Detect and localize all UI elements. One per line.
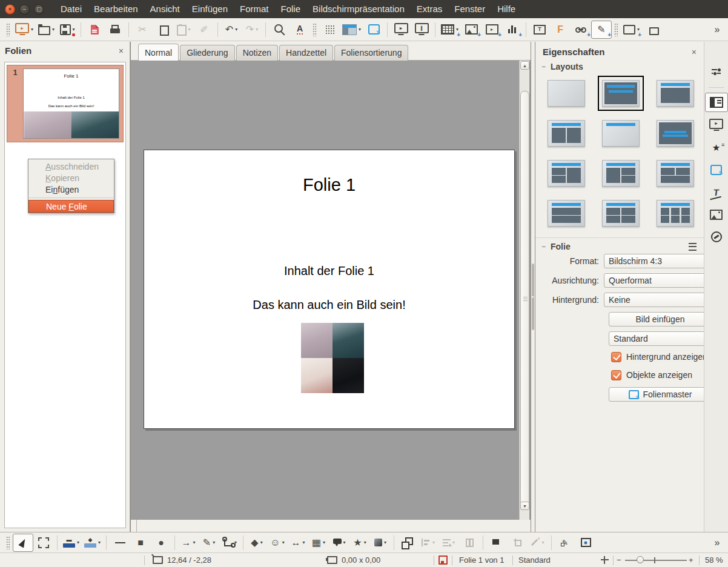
slide-section-header[interactable]: − Folie: [535, 238, 704, 254]
symbol-shapes-button[interactable]: ☺▾: [267, 534, 288, 552]
zoom-level[interactable]: 58 %: [705, 553, 723, 567]
layout-2content-over-content[interactable]: [657, 160, 694, 187]
tab-styles-button[interactable]: T: [705, 182, 728, 202]
paste-dropdown-icon[interactable]: ▾: [188, 27, 191, 32]
section-menu-icon[interactable]: [689, 243, 697, 251]
menu-einfgen[interactable]: Einfügen: [186, 0, 234, 18]
block-arrows-dropdown-icon[interactable]: ▾: [303, 540, 305, 545]
context-menu-item-neue-folie[interactable]: Neue Folie: [28, 200, 114, 213]
tab-shapes-button[interactable]: [705, 160, 728, 179]
line-color-button[interactable]: ▬▾: [61, 534, 82, 552]
insert-chart-button[interactable]: +: [502, 21, 523, 39]
rotate-button[interactable]: [397, 534, 418, 552]
open-dropdown-icon[interactable]: ▾: [52, 27, 55, 32]
undo-dropdown-icon[interactable]: ▾: [235, 27, 237, 32]
context-menu-item-einfuegen[interactable]: Einfügen: [28, 184, 114, 196]
callout-shapes-button[interactable]: ▾: [329, 534, 349, 552]
tab-gallery-button[interactable]: [705, 205, 728, 224]
fill-color-dropdown-icon[interactable]: ▾: [98, 540, 101, 545]
window-close-button[interactable]: ×: [5, 4, 15, 15]
zoom-in-button[interactable]: +: [689, 553, 693, 567]
drawbar-overflow-button[interactable]: »: [710, 534, 724, 552]
save-dropdown-icon[interactable]: ▾: [73, 27, 75, 32]
menu-datei[interactable]: Datei: [55, 0, 88, 18]
zoom-slider-track[interactable]: [625, 560, 687, 561]
tab-properties-button[interactable]: [705, 93, 728, 112]
slide-master-button[interactable]: Folienmaster: [609, 387, 704, 402]
toolbar-handle[interactable]: [313, 23, 317, 36]
open-button[interactable]: ▾: [36, 21, 57, 39]
layout-centered-text[interactable]: [657, 120, 694, 147]
new-presentation-dropdown-icon[interactable]: ▾: [31, 27, 33, 32]
duplicate-slide-button[interactable]: [642, 21, 663, 39]
background-select[interactable]: Keine: [604, 293, 704, 307]
menu-ansicht[interactable]: Ansicht: [144, 0, 186, 18]
menu-hilfe[interactable]: Hilfe: [491, 0, 521, 18]
scroll-down-icon[interactable]: ▼: [520, 502, 529, 510]
insert-textbox-button[interactable]: T: [529, 21, 550, 39]
copy-button[interactable]: [153, 21, 173, 39]
find-and-replace-button[interactable]: [269, 21, 290, 39]
insert-fontwork-button[interactable]: F: [550, 21, 571, 39]
menu-fenster[interactable]: Fenster: [448, 0, 491, 18]
menu-bildschirmprsentation[interactable]: Bildschirmpräsentation: [306, 0, 411, 18]
layout-six-content[interactable]: [657, 200, 694, 227]
layout-blank[interactable]: [548, 80, 585, 107]
zoom-out-button[interactable]: −: [617, 553, 621, 567]
layout-four-content[interactable]: [602, 200, 640, 227]
star-shapes-dropdown-icon[interactable]: ▾: [364, 540, 366, 545]
redo-dropdown-icon[interactable]: ▾: [256, 27, 258, 32]
display-views-dropdown-icon[interactable]: ▾: [359, 27, 361, 32]
curves-and-polygons-button[interactable]: ✎▾: [199, 534, 219, 552]
3d-objects-button[interactable]: ▾: [370, 534, 391, 552]
block-arrows-button[interactable]: ↔▾: [288, 534, 308, 552]
lines-and-arrows-dropdown-icon[interactable]: ▾: [193, 540, 196, 545]
fill-color-button[interactable]: ◆▾: [82, 534, 103, 552]
display-views-button[interactable]: ▾: [340, 21, 363, 39]
flowchart-shapes-dropdown-icon[interactable]: ▾: [323, 540, 325, 545]
window-minimize-button[interactable]: –: [19, 4, 30, 15]
slide-canvas[interactable]: Folie 1 Inhalt der Folie 1 Das kann auch…: [144, 150, 515, 429]
master-slide-name[interactable]: Standard: [518, 553, 551, 567]
layout-content-2content[interactable]: [602, 160, 640, 187]
gluepoints-button[interactable]: [575, 534, 596, 552]
scroll-up-icon[interactable]: ▲: [520, 61, 529, 70]
orientation-select[interactable]: Querformat: [604, 273, 704, 288]
format-select[interactable]: Bildschirm 4:3: [604, 254, 704, 268]
layout-title-content[interactable]: [657, 80, 694, 107]
new-slide-button[interactable]: +▾: [621, 21, 642, 39]
sidebar-settings-button[interactable]: [705, 61, 728, 81]
right-splitter[interactable]: ▸: [531, 42, 535, 532]
print-button[interactable]: [105, 21, 125, 39]
line-color-dropdown-icon[interactable]: ▾: [77, 540, 79, 545]
right-splitter-handle[interactable]: ▸: [532, 264, 534, 330]
show-comments-button[interactable]: [363, 21, 384, 39]
insert-hyperlink-button[interactable]: +: [571, 21, 591, 39]
start-from-first-slide-button[interactable]: ▸: [391, 21, 411, 39]
rectangle-button[interactable]: ■: [130, 534, 151, 552]
master-slide-select[interactable]: Standard: [609, 331, 704, 346]
layout-title-subtitle[interactable]: [602, 80, 640, 107]
toolbar-handle[interactable]: [6, 23, 10, 36]
collapse-icon[interactable]: −: [541, 242, 546, 251]
layout-title-only[interactable]: [602, 120, 640, 147]
layout-content-over-content[interactable]: [548, 200, 585, 227]
new-presentation-button[interactable]: ▸▾: [13, 21, 36, 39]
zoom-pan-button[interactable]: [33, 534, 54, 552]
menu-bearbeiten[interactable]: Bearbeiten: [88, 0, 144, 18]
zoom-slider-thumb[interactable]: [637, 556, 644, 563]
menu-format[interactable]: Format: [234, 0, 275, 18]
basic-shapes-dropdown-icon[interactable]: ▾: [260, 540, 263, 545]
display-grid-button[interactable]: [319, 21, 340, 39]
3d-objects-dropdown-icon[interactable]: ▾: [384, 540, 386, 545]
lines-and-arrows-button[interactable]: →▾: [178, 534, 199, 552]
select-button[interactable]: [13, 534, 33, 552]
symbol-shapes-dropdown-icon[interactable]: ▾: [282, 540, 285, 545]
layouts-section-header[interactable]: − Layouts: [535, 58, 704, 74]
insert-table-button[interactable]: +▾: [438, 21, 461, 39]
start-from-current-slide-button[interactable]: ∥: [411, 21, 432, 39]
sidebar-close-button[interactable]: ×: [692, 48, 697, 56]
basic-shapes-button[interactable]: ◆▾: [247, 534, 267, 552]
align-objects-dropdown-icon[interactable]: ▾: [432, 540, 435, 545]
image-filter-dropdown-icon[interactable]: ▾: [542, 540, 544, 545]
